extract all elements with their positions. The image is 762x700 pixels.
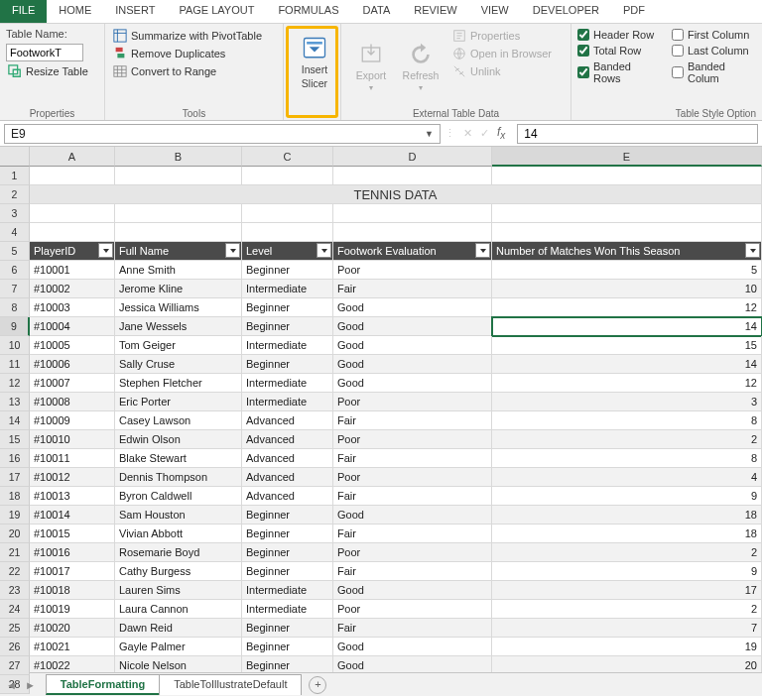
cell[interactable]: Anne Smith xyxy=(115,261,242,280)
cell[interactable]: PlayerID xyxy=(30,242,115,261)
cell[interactable]: Poor xyxy=(333,261,492,280)
ribbon-tab-review[interactable]: REVIEW xyxy=(402,0,468,23)
ribbon-tab-pdf[interactable]: PDF xyxy=(611,0,657,23)
row-header[interactable]: 5 xyxy=(0,242,30,261)
cell[interactable]: #10016 xyxy=(30,543,115,562)
cell[interactable]: 2 xyxy=(492,430,762,449)
cell[interactable]: Tom Geiger xyxy=(115,336,242,355)
cell[interactable]: 2 xyxy=(492,600,762,619)
column-header-E[interactable]: E xyxy=(492,147,762,167)
cell[interactable]: Good xyxy=(333,374,492,393)
summarize-pivot-button[interactable]: Summarize with PivotTable xyxy=(111,28,277,44)
cell[interactable]: Fair xyxy=(333,487,492,506)
cell[interactable]: Beginner xyxy=(242,317,333,336)
row-header[interactable]: 1 xyxy=(0,167,30,185)
tab-nav-next[interactable]: ► xyxy=(25,679,36,691)
cell[interactable]: #10013 xyxy=(30,487,115,506)
header-row-checkbox[interactable]: Header Row xyxy=(577,28,658,42)
cell[interactable]: 7 xyxy=(492,619,762,638)
cell[interactable]: #10004 xyxy=(30,317,115,336)
row-header[interactable]: 18 xyxy=(0,487,30,506)
cell[interactable]: Advanced xyxy=(242,449,333,468)
cell[interactable]: #10014 xyxy=(30,506,115,525)
row-header[interactable]: 20 xyxy=(0,525,30,543)
cell[interactable]: Fair xyxy=(333,562,492,581)
row-header[interactable]: 22 xyxy=(0,562,30,581)
cancel-icon[interactable]: ✕ xyxy=(463,127,472,140)
cell[interactable]: #10019 xyxy=(30,600,115,619)
row-header[interactable]: 6 xyxy=(0,261,30,280)
cell[interactable]: Lauren Sims xyxy=(115,581,242,600)
cell[interactable]: Full Name xyxy=(115,242,242,261)
row-header[interactable]: 9 xyxy=(0,317,30,336)
cell[interactable]: Rosemarie Boyd xyxy=(115,543,242,562)
cell[interactable]: Beginner xyxy=(242,638,333,656)
cell[interactable]: 19 xyxy=(492,638,762,656)
tab-nav-prev[interactable]: ◄ xyxy=(6,679,17,691)
cell[interactable]: 9 xyxy=(492,487,762,506)
cell[interactable]: 8 xyxy=(492,411,762,430)
cell[interactable]: Beginner xyxy=(242,525,333,543)
row-header[interactable]: 25 xyxy=(0,619,30,638)
cell[interactable]: Vivian Abbott xyxy=(115,525,242,543)
export-button[interactable]: Export ▾ xyxy=(347,28,395,106)
cell[interactable]: Nicole Nelson xyxy=(115,656,242,672)
cell[interactable] xyxy=(333,167,492,185)
cell[interactable] xyxy=(30,223,115,242)
column-header-C[interactable]: C xyxy=(242,147,333,167)
cell[interactable]: Laura Cannon xyxy=(115,600,242,619)
cell[interactable]: Dawn Reid xyxy=(115,619,242,638)
row-header[interactable]: 3 xyxy=(0,204,30,223)
cell[interactable]: Sam Houston xyxy=(115,506,242,525)
cell[interactable]: Beginner xyxy=(242,261,333,280)
select-all-corner[interactable] xyxy=(0,147,30,167)
cell[interactable]: Jerome Kline xyxy=(115,280,242,298)
row-header[interactable]: 7 xyxy=(0,280,30,298)
row-header[interactable]: 16 xyxy=(0,449,30,468)
cell[interactable]: #10001 xyxy=(30,261,115,280)
row-header[interactable]: 14 xyxy=(0,411,30,430)
cell[interactable]: #10018 xyxy=(30,581,115,600)
cell[interactable]: Dennis Thompson xyxy=(115,468,242,487)
row-header[interactable]: 10 xyxy=(0,336,30,355)
fx-icon[interactable]: fx xyxy=(497,125,505,141)
cell[interactable]: Eric Porter xyxy=(115,393,242,411)
cell[interactable]: #10017 xyxy=(30,562,115,581)
cell[interactable]: Poor xyxy=(333,468,492,487)
cell[interactable]: Beginner xyxy=(242,562,333,581)
row-header[interactable]: 12 xyxy=(0,374,30,393)
cell[interactable]: Intermediate xyxy=(242,581,333,600)
table-name-input[interactable] xyxy=(6,44,83,61)
column-header-A[interactable]: A xyxy=(30,147,115,167)
cell[interactable]: Fair xyxy=(333,619,492,638)
cell[interactable]: Intermediate xyxy=(242,336,333,355)
insert-slicer-button[interactable]: Insert Slicer xyxy=(291,31,338,93)
cell[interactable]: Sally Cruse xyxy=(115,355,242,374)
banded-rows-checkbox[interactable]: Banded Rows xyxy=(577,59,658,85)
cell[interactable]: Poor xyxy=(333,393,492,411)
cell[interactable]: Intermediate xyxy=(242,393,333,411)
cell[interactable]: Beginner xyxy=(242,543,333,562)
cell[interactable]: Cathy Burgess xyxy=(115,562,242,581)
cell[interactable]: Jane Wessels xyxy=(115,317,242,336)
cell[interactable]: #10002 xyxy=(30,280,115,298)
ribbon-tab-data[interactable]: DATA xyxy=(351,0,403,23)
cell[interactable]: Beginner xyxy=(242,656,333,672)
cell[interactable]: 9 xyxy=(492,562,762,581)
ribbon-tab-view[interactable]: VIEW xyxy=(469,0,521,23)
cell[interactable]: 18 xyxy=(492,506,762,525)
cell[interactable]: Intermediate xyxy=(242,280,333,298)
row-header[interactable]: 24 xyxy=(0,600,30,619)
first-column-checkbox[interactable]: First Column xyxy=(672,28,756,42)
row-header[interactable]: 27 xyxy=(0,656,30,675)
banded-columns-checkbox[interactable]: Banded Colum xyxy=(672,59,756,85)
cell[interactable]: Beginner xyxy=(242,506,333,525)
cell[interactable] xyxy=(492,204,762,223)
cell[interactable]: Good xyxy=(333,656,492,672)
cell[interactable] xyxy=(492,223,762,242)
cell[interactable]: #10015 xyxy=(30,525,115,543)
ribbon-tab-formulas[interactable]: FORMULAS xyxy=(266,0,350,23)
cell[interactable]: Edwin Olson xyxy=(115,430,242,449)
row-header[interactable]: 11 xyxy=(0,355,30,374)
cell[interactable]: #10003 xyxy=(30,298,115,317)
